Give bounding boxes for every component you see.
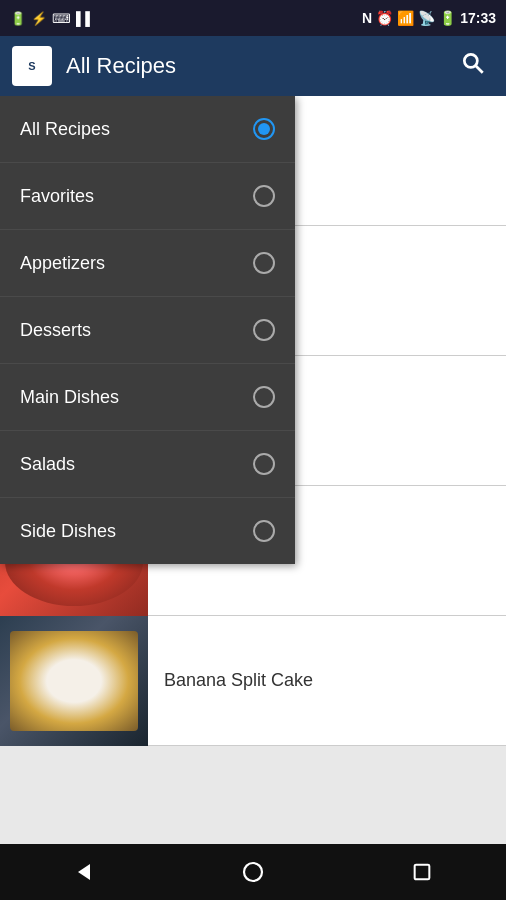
dropdown-item-appetizers[interactable]: Appetizers [0, 230, 295, 297]
dropdown-menu: All Recipes Favorites Appetizers Dessert… [0, 96, 295, 564]
status-left-icons: 🔋 ⚡ ⌨ ▌▌ [10, 11, 94, 26]
svg-marker-2 [78, 864, 90, 880]
radio-desserts[interactable] [253, 319, 275, 341]
battery-icon: 🔋 [439, 10, 456, 26]
usb-icon: ⚡ [31, 11, 47, 26]
time-display: 17:33 [460, 10, 496, 26]
radio-salads[interactable] [253, 453, 275, 475]
radio-appetizers[interactable] [253, 252, 275, 274]
dropdown-label-appetizers: Appetizers [20, 253, 105, 274]
home-button[interactable] [223, 850, 283, 894]
navigation-bar [0, 844, 506, 900]
search-button[interactable] [452, 42, 494, 90]
radio-all-recipes[interactable] [253, 118, 275, 140]
dropdown-label-desserts: Desserts [20, 320, 91, 341]
dropdown-label-salads: Salads [20, 454, 75, 475]
radio-side-dishes[interactable] [253, 520, 275, 542]
radio-favorites[interactable] [253, 185, 275, 207]
dropdown-label-all-recipes: All Recipes [20, 119, 110, 140]
battery-icon-left: 🔋 [10, 11, 26, 26]
code-icon: ⌨ [52, 11, 71, 26]
dropdown-item-side-dishes[interactable]: Side Dishes [0, 498, 295, 564]
recipe-name: Banana Split Cake [148, 670, 506, 691]
app-bar: S All Recipes [0, 36, 506, 96]
dropdown-label-side-dishes: Side Dishes [20, 521, 116, 542]
dropdown-item-all-recipes[interactable]: All Recipes [0, 96, 295, 163]
recent-apps-button[interactable] [392, 850, 452, 894]
svg-point-3 [244, 863, 262, 881]
dropdown-item-main-dishes[interactable]: Main Dishes [0, 364, 295, 431]
app-logo: S [12, 46, 52, 86]
status-bar: 🔋 ⚡ ⌨ ▌▌ N ⏰ 📶 📡 🔋 17:33 [0, 0, 506, 36]
dropdown-item-favorites[interactable]: Favorites [0, 163, 295, 230]
dropdown-item-salads[interactable]: Salads [0, 431, 295, 498]
app-title: All Recipes [66, 53, 438, 79]
recipe-thumbnail [0, 616, 148, 746]
list-item[interactable]: Banana Split Cake [0, 616, 506, 746]
signal-icon: 📡 [418, 10, 435, 26]
dropdown-item-desserts[interactable]: Desserts [0, 297, 295, 364]
svg-rect-4 [414, 865, 429, 880]
nfc-icon: N [362, 10, 372, 26]
back-button[interactable] [54, 850, 114, 894]
radio-main-dishes[interactable] [253, 386, 275, 408]
content-area: d Pudding ba Salad entils trawberries Ba… [0, 96, 506, 844]
svg-point-0 [464, 54, 477, 67]
svg-line-1 [476, 66, 483, 73]
barcode-icon: ▌▌ [76, 11, 94, 26]
dropdown-label-favorites: Favorites [20, 186, 94, 207]
alarm-icon: ⏰ [376, 10, 393, 26]
status-right-icons: N ⏰ 📶 📡 🔋 17:33 [362, 10, 496, 26]
dropdown-label-main-dishes: Main Dishes [20, 387, 119, 408]
wifi-icon: 📶 [397, 10, 414, 26]
